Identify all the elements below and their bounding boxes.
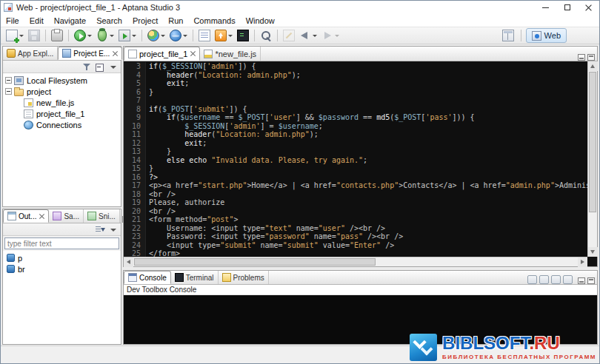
line-number[interactable]: 13 (124, 147, 146, 156)
code-editor[interactable]: 3if($_SESSION['admin']) {4 header("Locat… (124, 61, 587, 257)
console-tab-console[interactable]: Console (124, 271, 171, 284)
code-line[interactable]: 19Please, authorize (124, 198, 587, 207)
code-line[interactable]: 23 Password: <input type="password" name… (124, 232, 587, 241)
tree-item-connections[interactable]: Connections (3, 119, 121, 130)
menu-navigate[interactable]: Navigate (49, 14, 91, 27)
line-number[interactable]: 17 (124, 181, 146, 190)
minimize-view-icon[interactable] (578, 277, 585, 284)
filter-icon[interactable] (81, 62, 92, 72)
search-button[interactable] (259, 28, 273, 43)
preview-button[interactable] (168, 28, 189, 43)
debug-button[interactable] (95, 28, 116, 43)
save-button[interactable] (27, 28, 41, 43)
maximize-view-icon[interactable] (587, 54, 595, 61)
menu-project[interactable]: Project (127, 14, 163, 27)
code-line[interactable]: 10 $_SESSION['admin'] = $username; (124, 122, 587, 131)
line-number[interactable]: 19 (124, 198, 146, 207)
expander-icon[interactable] (5, 77, 12, 84)
line-number[interactable]: 9 (124, 113, 146, 122)
line-number[interactable]: 22 (124, 224, 146, 233)
tab-close-icon[interactable] (113, 51, 118, 56)
perspective-web-button[interactable]: Web (526, 28, 567, 43)
tab-close-icon[interactable] (190, 51, 196, 56)
line-number[interactable]: 21 (124, 215, 146, 224)
maximize-button[interactable] (556, 1, 578, 14)
scroll-down-icon[interactable] (588, 247, 598, 257)
code-line[interactable]: 18<br /> (124, 190, 587, 199)
tree-item-project-file-1[interactable]: project_file_1 (3, 108, 121, 119)
line-number[interactable]: 16 (124, 173, 146, 182)
menu-commands[interactable]: Commands (188, 14, 240, 27)
open-console-icon[interactable] (563, 275, 573, 284)
code-line[interactable]: 24 <input type="submit" name="submit" va… (124, 241, 587, 250)
collapse-all-icon[interactable] (95, 62, 105, 72)
vertical-scroll-thumb[interactable] (589, 72, 596, 212)
scroll-up-icon[interactable] (588, 61, 598, 71)
outline-item-br[interactable]: br (3, 263, 121, 274)
line-number[interactable]: 4 (124, 71, 146, 80)
minimize-view-icon[interactable] (578, 54, 585, 61)
editor-vertical-scrollbar[interactable] (587, 61, 597, 257)
explorer-tab-project-e[interactable]: Project E... (58, 47, 122, 60)
code-line[interactable]: 21<form method="post"> (124, 215, 587, 224)
editor-horizontal-scrollbar[interactable] (124, 257, 587, 266)
new-wizard-button[interactable] (4, 28, 25, 43)
open-perspective-button[interactable] (501, 28, 516, 43)
last-edit-location-button[interactable] (281, 28, 296, 43)
code-line[interactable]: 11 header("Location: admin.php"); (124, 130, 587, 139)
code-line[interactable]: 22 Username: <input type="text" name="us… (124, 224, 587, 233)
line-number[interactable]: 11 (124, 130, 146, 139)
code-line[interactable]: 7 (124, 96, 587, 105)
explorer-tab-app-expl[interactable]: App Expl... (3, 47, 58, 60)
minimize-button[interactable] (535, 1, 556, 14)
code-line[interactable]: 4 header("Location: admin.php"); (124, 71, 587, 80)
tree-item-local-filesystem[interactable]: Local Filesystem (3, 75, 121, 86)
sort-icon[interactable] (95, 225, 105, 235)
expander-icon[interactable] (5, 88, 12, 95)
tree-item-new-file-js[interactable]: new_file.js (3, 97, 121, 108)
format-button[interactable] (197, 28, 212, 43)
console-tab-problems[interactable]: Problems (219, 271, 269, 284)
close-button[interactable] (578, 1, 599, 14)
code-line[interactable]: 14 else echo "Invalid data. Please, try … (124, 156, 587, 165)
line-number[interactable]: 8 (124, 105, 146, 114)
clear-console-icon[interactable] (527, 275, 537, 284)
forward-button[interactable] (320, 28, 341, 43)
line-number[interactable]: 6 (124, 88, 146, 97)
line-number[interactable]: 10 (124, 122, 146, 131)
line-number[interactable]: 7 (124, 96, 146, 105)
line-number[interactable]: 25 (124, 249, 146, 257)
back-button[interactable] (298, 28, 319, 43)
publish-button[interactable] (213, 28, 234, 43)
line-number[interactable]: 14 (124, 156, 146, 165)
outline-item-p[interactable]: p (3, 252, 121, 263)
menu-edit[interactable]: Edit (24, 14, 49, 27)
scroll-lock-icon[interactable] (539, 275, 549, 284)
code-line[interactable]: 6} (124, 88, 587, 97)
horizontal-scroll-thumb[interactable] (134, 258, 376, 266)
outline-tab-sni[interactable]: Sni... (84, 209, 120, 223)
tree-item-project[interactable]: project (3, 86, 121, 97)
run-button[interactable] (73, 28, 93, 43)
external-tools-button[interactable] (117, 28, 138, 43)
line-number[interactable]: 15 (124, 164, 146, 173)
outline-tab-sa[interactable]: Sa... (49, 209, 84, 223)
code-line[interactable]: 12 exit; (124, 139, 587, 148)
print-button[interactable] (50, 28, 64, 43)
maximize-view-icon[interactable] (587, 277, 595, 284)
terminal-button[interactable] (236, 28, 250, 43)
menu-search[interactable]: Search (91, 14, 127, 27)
run-web-button[interactable] (146, 28, 167, 43)
editor-tab-project-file-1[interactable]: project_file_1 (124, 47, 200, 61)
outline-tab-out[interactable]: Out... (3, 209, 49, 223)
code-line[interactable]: 25</form> (124, 249, 587, 257)
line-number[interactable]: 18 (124, 190, 146, 199)
line-number[interactable]: 12 (124, 139, 146, 148)
code-line[interactable]: 13 } (124, 147, 587, 156)
scroll-left-icon[interactable] (124, 257, 133, 267)
tab-close-icon[interactable] (39, 214, 44, 219)
line-number[interactable]: 3 (124, 62, 146, 71)
code-line[interactable]: 8if($_POST['submit']) { (124, 105, 587, 114)
line-number[interactable]: 23 (124, 232, 146, 241)
line-number[interactable]: 20 (124, 207, 146, 216)
